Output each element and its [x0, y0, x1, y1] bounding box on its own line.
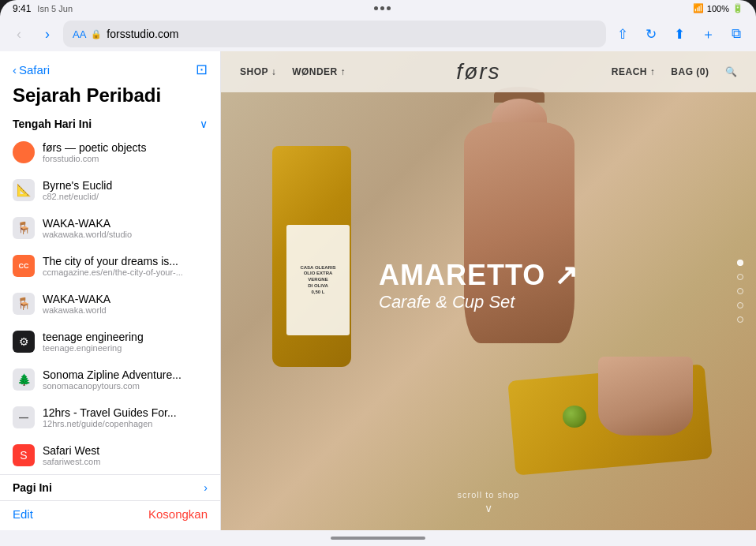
history-title: Sonoma Zipline Adventure... [43, 368, 208, 381]
battery-icon: 🔋 [732, 3, 743, 13]
scroll-dot-3[interactable] [737, 288, 743, 294]
section-header: Tengah Hari Ini ∨ [0, 113, 220, 133]
history-url: wakawaka.world/studio [43, 230, 208, 239]
history-title: Byrne's Euclid [43, 179, 208, 192]
olive-bottle-label: CASA OLEARISOLIO EXTRAVERGNEDI OLIVA0,50… [286, 225, 350, 335]
section-label: Tengah Hari Ini [13, 118, 92, 130]
add-tab-button[interactable]: ＋ [694, 21, 721, 47]
hero-subtitle: Carafe & Cup Set [379, 292, 578, 312]
favicon-teenage: ⚙ [13, 331, 35, 353]
favicon-fors [13, 141, 35, 163]
edit-button[interactable]: Edit [13, 507, 33, 521]
hero-text: AMARETTO ↗ Carafe & Cup Set [379, 259, 578, 312]
status-center [374, 6, 391, 10]
section-chevron-icon[interactable]: ∨ [200, 118, 208, 130]
history-title: WAKA-WAKA [43, 217, 208, 230]
history-item[interactable]: 📐 Byrne's Euclid c82.net/euclid/ [0, 171, 220, 209]
nav-search-icon[interactable]: 🔍 [725, 66, 738, 77]
history-url: 12hrs.net/guide/copenhagen [43, 419, 208, 428]
status-left: 9:41 Isn 5 Jun [13, 3, 73, 14]
history-url: wakawaka.world [43, 305, 208, 315]
favicon-safari-west: S [13, 444, 35, 466]
olive-bottle-label-text: CASA OLEARISOLIO EXTRAVERGNEDI OLIVA0,50… [300, 265, 335, 296]
share-icon[interactable]: ⇧ [609, 21, 636, 47]
domain-text: forsstudio.com [107, 28, 178, 40]
lock-icon: 🔒 [91, 29, 102, 39]
history-item[interactable]: 🪑 WAKA-WAKA wakawaka.world [0, 285, 220, 323]
history-url: ccmagazine.es/en/the-city-of-your-... [43, 267, 208, 277]
history-list: førs — poetic objects forsstudio.com 📐 B… [0, 133, 220, 474]
olive-bottle: CASA OLEARISOLIO EXTRAVERGNEDI OLIVA0,50… [264, 114, 359, 383]
history-url: safariwest.com [43, 457, 208, 466]
back-chevron-icon: ‹ [13, 63, 17, 77]
history-url: forsstudio.com [43, 154, 208, 163]
wifi-icon: 📶 [693, 3, 704, 13]
nav-bag[interactable]: BAG (0) [671, 66, 709, 77]
sidebar-title: Sejarah Peribadi [0, 81, 220, 113]
scroll-dot-5[interactable] [737, 316, 743, 323]
scroll-dot-2[interactable] [737, 274, 743, 280]
safari-back-button[interactable]: ‹ Safari [13, 63, 50, 77]
favicon-zipline: 🌲 [13, 368, 35, 391]
site-logo[interactable]: førs [456, 59, 500, 84]
favicon-waka2: 🪑 [13, 293, 35, 315]
sidebar: ‹ Safari ⊡ Sejarah Peribadi Tengah Hari … [0, 51, 221, 530]
upload-icon[interactable]: ⬆ [666, 21, 693, 47]
battery-text: 100% [707, 4, 729, 13]
clear-button[interactable]: Kosongkan [148, 507, 208, 521]
web-content: CASA OLEARISOLIO EXTRAVERGNEDI OLIVA0,50… [221, 51, 756, 530]
safari-back-label: Safari [19, 63, 50, 77]
scroll-down-icon: ∨ [485, 502, 492, 514]
scroll-dot-4[interactable] [737, 302, 743, 309]
history-title: The city of your dreams is... [43, 255, 208, 267]
olive-bottle-body: CASA OLEARISOLIO EXTRAVERGNEDI OLIVA0,50… [272, 146, 351, 367]
main-area: ‹ Safari ⊡ Sejarah Peribadi Tengah Hari … [0, 51, 756, 530]
sidebar-header: ‹ Safari ⊡ [0, 51, 220, 81]
scroll-to-shop[interactable]: scroll to shop ∨ [458, 490, 520, 514]
address-bar-row: ‹ › AA 🔒 forsstudio.com ⇧ ↻ ⬆ ＋ ⧉ [0, 17, 756, 51]
aa-button[interactable]: AA [73, 28, 86, 40]
footer-section-label: Pagi Ini [13, 481, 52, 494]
history-title: WAKA-WAKA [43, 293, 208, 305]
status-bar: 9:41 Isn 5 Jun 📶 100% 🔋 [0, 0, 756, 17]
status-right: 📶 100% 🔋 [693, 3, 743, 13]
time: 9:41 [13, 3, 31, 14]
address-field[interactable]: AA 🔒 forsstudio.com [63, 21, 606, 47]
scroll-dot-1[interactable] [737, 260, 743, 266]
olive [563, 406, 586, 428]
back-button[interactable]: ‹ [6, 21, 32, 47]
nav-shop[interactable]: SHOP ↓ [240, 66, 276, 77]
nav-wonder[interactable]: WØNDER ↑ [292, 66, 346, 77]
history-item[interactable]: CC The city of your dreams is... ccmagaz… [0, 247, 220, 285]
nav-left: SHOP ↓ WØNDER ↑ [240, 66, 346, 77]
section-footer[interactable]: Pagi Ini › [0, 474, 220, 500]
history-url: c82.net/euclid/ [43, 192, 208, 201]
hero-title: AMARETTO ↗ [379, 259, 578, 292]
favicon-euclid: 📐 [13, 179, 35, 201]
site-nav: SHOP ↓ WØNDER ↑ førs REACH ↑ BAG (0) 🔍 [221, 51, 756, 92]
ipad-frame: ‹ › AA 🔒 forsstudio.com ⇧ ↻ ⬆ ＋ ⧉ ‹ Safa… [0, 17, 756, 546]
history-item[interactable]: S Safari West safariwest.com [0, 436, 220, 474]
history-item[interactable]: 🪑 WAKA-WAKA wakawaka.world/studio [0, 209, 220, 247]
forward-button[interactable]: › [35, 21, 60, 47]
history-item[interactable]: — 12hrs - Travel Guides For... 12hrs.net… [0, 398, 220, 436]
sidebar-layout-icon[interactable]: ⊡ [196, 61, 208, 78]
date: Isn 5 Jun [37, 4, 73, 13]
history-title: Safari West [43, 444, 208, 457]
cup [598, 357, 693, 436]
footer-chevron-icon[interactable]: › [204, 481, 208, 494]
history-title: førs — poetic objects [43, 141, 208, 154]
carafe [440, 99, 598, 375]
nav-reach[interactable]: REACH ↑ [612, 66, 656, 77]
nav-center: førs [346, 59, 612, 84]
history-title: 12hrs - Travel Guides For... [43, 406, 208, 419]
scroll-to-shop-text: scroll to shop [458, 490, 520, 499]
favicon-waka1: 🪑 [13, 217, 35, 239]
reload-icon[interactable]: ↻ [638, 21, 664, 47]
home-indicator [0, 530, 756, 546]
sidebar-bottom: Edit Kosongkan [0, 500, 220, 530]
history-item[interactable]: førs — poetic objects forsstudio.com [0, 133, 220, 171]
history-item[interactable]: ⚙ teenage engineering teenage.engineerin… [0, 323, 220, 361]
tabs-button[interactable]: ⧉ [723, 21, 750, 47]
history-item[interactable]: 🌲 Sonoma Zipline Adventure... sonomacano… [0, 361, 220, 398]
